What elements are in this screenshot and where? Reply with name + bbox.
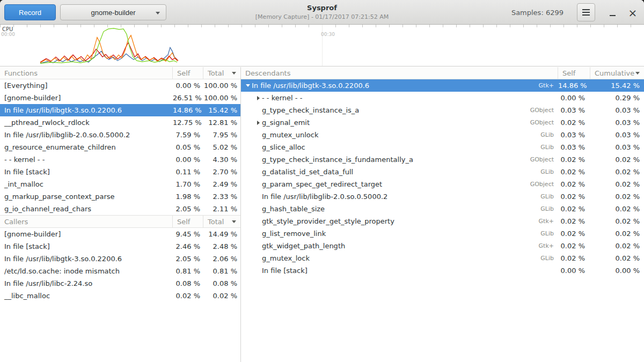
tree-row[interactable]: g_list_remove_linkGLib0.02 %0.02 % — [241, 227, 644, 240]
tree-row[interactable]: g_datalist_id_set_data_fullGLib0.02 %0.0… — [241, 166, 644, 178]
function-name: g_type_check_instance_is_a — [262, 106, 530, 114]
cumulative-value: 0.02 % — [590, 242, 644, 250]
table-row[interactable]: [Everything]0.00 %100.00 % — [0, 79, 240, 92]
total-value: 7.95 % — [203, 131, 240, 139]
table-row[interactable]: g_markup_parse_context_parse1.98 %2.33 % — [0, 190, 240, 203]
expander-icon[interactable] — [254, 119, 262, 127]
function-name: In file [stack] — [0, 168, 173, 176]
tree-row[interactable]: g_hash_table_sizeGLib0.02 %0.02 % — [241, 203, 644, 215]
table-row[interactable]: __pthread_rwlock_rdlock12.75 %12.81 % — [0, 116, 240, 129]
descendant-cell: g_list_remove_linkGLib — [241, 230, 558, 238]
tree-row[interactable]: g_type_check_instance_is_aGObject0.03 %0… — [241, 104, 644, 116]
total-value: 14.49 % — [203, 230, 240, 238]
samples-count: Samples: 6299 — [511, 0, 564, 25]
tree-row[interactable]: In file /usr/lib/libgtk-3.so.0.2200.6Gtk… — [241, 79, 644, 92]
total-column-header[interactable]: Total — [203, 216, 240, 227]
function-name: [gnome-builder] — [0, 94, 173, 102]
callers-table: [gnome-builder]9.45 %14.49 %In file [sta… — [0, 228, 240, 302]
callers-column-header[interactable]: Callers — [0, 216, 173, 227]
function-name: g_slice_alloc — [262, 143, 540, 151]
tree-row[interactable]: g_mutex_lockGLib0.02 %0.02 % — [241, 252, 644, 264]
cumulative-value: 0.02 % — [590, 205, 644, 213]
function-name: - - kernel - - — [0, 156, 173, 164]
function-name: In file /usr/lib/libgtk-3.so.0.2200.6 — [0, 106, 173, 114]
table-row[interactable]: In file /usr/lib/libglib-2.0.so.0.5000.2… — [0, 129, 240, 141]
self-value: 0.03 % — [558, 106, 590, 114]
self-value: 0.02 % — [558, 168, 590, 176]
tree-row[interactable]: g_mutex_unlockGLib0.03 %0.03 % — [241, 129, 644, 141]
table-row[interactable]: In file /usr/lib/libc-2.24.so0.08 %0.08 … — [0, 277, 240, 290]
total-value: 4.30 % — [203, 156, 240, 164]
self-value: 1.98 % — [173, 193, 203, 201]
function-name: In file /usr/lib/libgtk-3.so.0.2200.6 — [252, 82, 539, 90]
cpu-orange-line — [40, 35, 178, 63]
expander-icon — [254, 267, 262, 275]
close-icon: × — [628, 8, 638, 18]
tree-row[interactable]: In file /usr/lib/libglib-2.0.so.0.5000.2… — [241, 190, 644, 203]
self-value: 14.86 % — [173, 106, 203, 114]
tree-row[interactable]: g_signal_emitGObject0.02 %0.03 % — [241, 116, 644, 129]
tree-row[interactable]: In file [stack]0.00 %0.00 % — [241, 264, 644, 277]
self-value: 0.00 % — [173, 82, 203, 90]
expander-icon[interactable] — [244, 82, 252, 90]
table-row[interactable]: g_io_channel_read_chars2.05 %2.11 % — [0, 203, 240, 215]
category-label: Gtk+ — [539, 82, 558, 89]
close-button[interactable]: × — [627, 7, 639, 19]
category-label: GLib — [540, 205, 558, 212]
category-label: Gtk+ — [539, 242, 558, 249]
category-label: GObject — [530, 181, 558, 188]
function-name: In file [stack] — [0, 242, 173, 250]
descendants-column-header[interactable]: Descendants — [241, 67, 558, 79]
self-value: 0.02 % — [558, 242, 590, 250]
self-column-header[interactable]: Self — [173, 67, 203, 79]
function-name: /etc/ld.so.cache: inode mismatch — [0, 267, 173, 275]
expander-icon[interactable] — [254, 94, 262, 102]
table-row[interactable]: _int_malloc1.70 %2.49 % — [0, 178, 240, 190]
category-label: GObject — [530, 156, 558, 163]
function-name: In file /usr/lib/libglib-2.0.so.0.5000.2 — [0, 131, 173, 139]
table-row[interactable]: /etc/ld.so.cache: inode mismatch0.81 %0.… — [0, 265, 240, 277]
table-row[interactable]: g_resource_enumerate_children0.05 %5.02 … — [0, 141, 240, 153]
function-name: [gnome-builder] — [0, 230, 173, 238]
total-value: 2.48 % — [203, 242, 240, 250]
triangle-down-icon — [246, 84, 250, 87]
category-label: GLib — [540, 144, 558, 151]
function-name: - - kernel - - — [262, 94, 554, 102]
tree-row[interactable]: gtk_style_provider_get_style_propertyGtk… — [241, 215, 644, 227]
table-row[interactable]: In file /usr/lib/libgtk-3.so.0.2200.614.… — [0, 104, 240, 116]
tree-row[interactable]: g_param_spec_get_redirect_targetGObject0… — [241, 178, 644, 190]
self-column-header[interactable]: Self — [558, 67, 590, 79]
self-value: 0.08 % — [173, 279, 203, 287]
table-row[interactable]: In file [stack]2.46 %2.48 % — [0, 240, 240, 253]
self-column-header[interactable]: Self — [173, 216, 203, 227]
descendant-cell: g_slice_allocGLib — [241, 143, 558, 151]
minimize-button[interactable] — [606, 7, 618, 19]
tree-row[interactable]: gtk_widget_path_lengthGtk+0.02 %0.02 % — [241, 240, 644, 252]
function-name: g_list_remove_link — [262, 230, 540, 238]
table-row[interactable]: [gnome-builder]26.51 %100.00 % — [0, 92, 240, 104]
cumulative-column-header[interactable]: Cumulative — [590, 67, 644, 79]
tree-row[interactable]: - - kernel - -0.00 %0.29 % — [241, 92, 644, 104]
tree-row[interactable]: g_slice_allocGLib0.03 %0.03 % — [241, 141, 644, 153]
table-row[interactable]: [gnome-builder]9.45 %14.49 % — [0, 228, 240, 240]
cpu-graph-panel: CPU 00:00 00:30 — [0, 25, 644, 67]
functions-column-header[interactable]: Functions — [0, 67, 173, 79]
table-row[interactable]: In file [stack]0.11 %2.70 % — [0, 166, 240, 178]
callers-header-row: Callers Self Total — [0, 216, 240, 228]
cumulative-value: 0.02 % — [590, 217, 644, 225]
expander-icon — [254, 168, 262, 176]
table-row[interactable]: In file /usr/lib/libgtk-3.so.0.2200.62.0… — [0, 253, 240, 265]
total-column-header[interactable]: Total — [203, 67, 240, 79]
function-name: gtk_widget_path_length — [262, 242, 539, 250]
total-value: 2.49 % — [203, 180, 240, 188]
functions-section: Functions Self Total [Everything]0.00 %1… — [0, 67, 240, 215]
total-value: 100.00 % — [203, 94, 240, 102]
table-row[interactable]: __libc_malloc0.02 %0.02 % — [0, 290, 240, 302]
self-value: 0.00 % — [173, 156, 203, 164]
menu-button[interactable] — [577, 3, 595, 21]
tree-row[interactable]: g_type_check_instance_is_fundamentally_a… — [241, 153, 644, 166]
category-label: GLib — [540, 193, 558, 200]
total-value: 2.70 % — [203, 168, 240, 176]
table-row[interactable]: - - kernel - -0.00 %4.30 % — [0, 153, 240, 166]
cumulative-value: 0.29 % — [590, 94, 644, 102]
